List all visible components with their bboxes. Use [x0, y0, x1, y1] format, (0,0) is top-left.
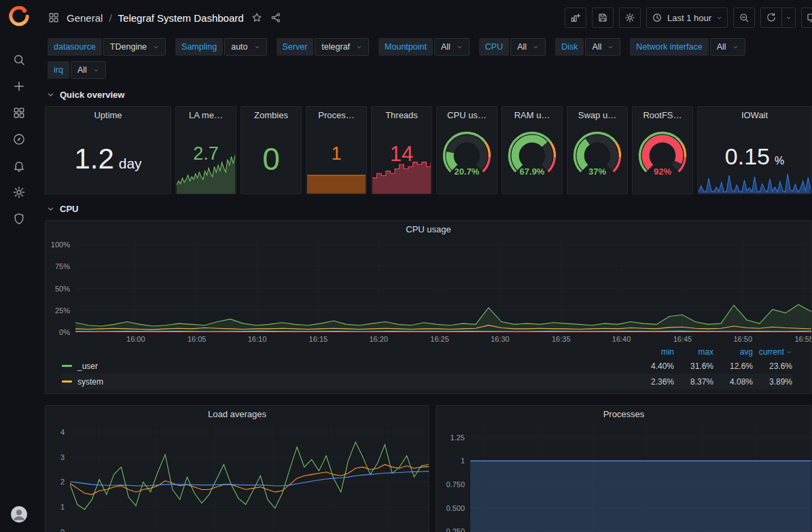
y-tick-label: 0 — [60, 528, 65, 532]
breadcrumb-d ashboard-title[interactable]: Telegraf System Dashboard — [118, 12, 244, 24]
variable-value-dropdown[interactable]: All — [71, 61, 106, 79]
panel-title[interactable]: Proces… — [306, 107, 366, 124]
variable-value-dropdown[interactable]: telegraf — [315, 38, 369, 56]
series-name: iowait — [77, 393, 99, 395]
star-icon[interactable] — [251, 12, 263, 24]
breadcrumb: General / Telegraf System Dashboard — [67, 12, 244, 24]
y-tick-label: 0.250 — [446, 527, 465, 532]
legend-header-current[interactable]: current — [753, 347, 792, 357]
variable-value-dropdown[interactable]: All — [510, 38, 546, 56]
panel-title[interactable]: Zombies — [241, 107, 301, 124]
stat-unit: day — [119, 156, 142, 171]
variable-value-dropdown[interactable]: All — [710, 38, 745, 56]
panel-ram-used: RAM u… 67.9% — [501, 106, 563, 194]
variable-value-text: All — [517, 42, 527, 52]
panel-title[interactable]: Load averages — [46, 406, 429, 423]
overview-stats-row: Uptime 1.2 day LA me… 2.7 — [45, 106, 812, 194]
variable-irq: irqAll — [48, 61, 106, 79]
variable-value-dropdown[interactable]: auto — [224, 38, 266, 56]
panel-title[interactable]: Uptime — [46, 107, 171, 124]
refresh-interval-dropdown[interactable] — [782, 7, 796, 28]
row-header-cpu[interactable]: CPU — [46, 202, 812, 215]
zoom-out-button[interactable] — [733, 7, 755, 28]
legend-series-toggle[interactable]: iowait — [62, 393, 635, 395]
legend-value-avg: 12.6% — [713, 361, 753, 371]
sidebar-item-plus[interactable] — [0, 73, 38, 99]
legend-value-current: 1.34% — [753, 393, 792, 395]
dashboard-content: Quick overview Uptime 1.2 day LA me… — [38, 86, 812, 532]
apps-icon — [48, 12, 60, 24]
legend-row-system: system2.36%8.37%4.08%3.89% — [62, 374, 792, 389]
alerting-icon — [12, 159, 26, 173]
processes-y-axis: 1.2510.7500.5000.250 — [436, 423, 470, 532]
panel-title[interactable]: Threads — [372, 107, 431, 124]
legend-header-max[interactable]: max — [674, 347, 713, 357]
gauge-value: 67.9% — [502, 166, 562, 177]
legend-series-toggle[interactable]: _user — [62, 361, 635, 371]
panel-title[interactable]: CPU usage — [46, 221, 811, 238]
sidebar — [0, 0, 38, 532]
legend-value-max: 8.37% — [674, 377, 713, 387]
toolbar: Last 1 hour — [565, 7, 812, 28]
row-header-quick-overview[interactable]: Quick overview — [46, 88, 812, 101]
user-avatar[interactable] — [10, 506, 28, 525]
legend-value-avg: 1.10% — [713, 393, 753, 395]
variable-value-dropdown[interactable]: All — [585, 38, 620, 56]
legend-header-row: minmaxavgcurrent — [62, 346, 792, 358]
x-tick-label: 16:20 — [369, 335, 388, 343]
variable-value-dropdown[interactable]: TDengine — [103, 38, 166, 56]
y-tick-label: 0.500 — [446, 504, 465, 512]
zoom-out-icon — [739, 12, 749, 23]
legend-series-toggle[interactable]: system — [62, 377, 635, 387]
dashboard-settings-button[interactable] — [619, 7, 641, 28]
stat-value: 14 — [390, 143, 413, 164]
variable-value-text: telegraf — [321, 42, 350, 52]
sidebar-item-alerting[interactable] — [0, 152, 38, 179]
cpu-usage-plot[interactable] — [75, 238, 811, 332]
variable-mountpoint: MountpointAll — [378, 38, 470, 56]
sidebar-item-search[interactable] — [0, 46, 38, 73]
variable-value-text: TDengine — [110, 42, 147, 52]
y-tick-label: 2 — [60, 478, 65, 486]
variable-label: Mountpoint — [378, 38, 433, 56]
panel-title[interactable]: IOWait — [698, 107, 811, 124]
save-dashboard-button[interactable] — [592, 7, 614, 28]
legend-header-min[interactable]: min — [635, 347, 674, 357]
panel-cpu-usage: CPU usage 100%75%50%25%0% 16:0016:0516:1… — [45, 220, 812, 394]
panel-title[interactable]: RAM u… — [502, 107, 562, 124]
caret-down-icon — [785, 15, 792, 21]
bottom-panels-row: Load averages 43210 16:0016:1016:2016:30… — [45, 405, 812, 532]
processes-plot[interactable] — [470, 423, 811, 532]
share-icon[interactable] — [270, 12, 282, 24]
panel-title[interactable]: RootFS… — [633, 107, 692, 124]
sidebar-item-explore[interactable] — [0, 126, 38, 152]
x-tick-label: 16:05 — [188, 335, 207, 343]
add-panel-icon — [570, 12, 581, 23]
legend-value-avg: 4.08% — [713, 377, 753, 387]
refresh-button[interactable] — [760, 7, 782, 28]
breadcrumb-folder[interactable]: General — [67, 12, 103, 24]
shield-icon — [12, 212, 26, 226]
panel-title[interactable]: Swap u… — [567, 107, 627, 124]
tv-mode-button[interactable] — [801, 7, 812, 28]
panel-uptime: Uptime 1.2 day — [45, 106, 171, 194]
panel-threads: Threads 14 — [371, 106, 432, 194]
sidebar-item-settings[interactable] — [0, 179, 38, 205]
panel-title[interactable]: Processes — [436, 406, 811, 423]
y-tick-label: 100% — [51, 241, 70, 249]
sidebar-item-dashboards[interactable] — [0, 99, 38, 126]
sidebar-item-shield[interactable] — [0, 205, 38, 232]
legend-header-avg[interactable]: avg — [713, 347, 753, 357]
caret-down-icon — [356, 44, 362, 50]
panel-title[interactable]: LA me… — [176, 107, 236, 124]
variable-value-dropdown[interactable]: All — [434, 38, 470, 56]
panel-load-averages: Load averages 43210 16:0016:1016:2016:30… — [45, 405, 429, 532]
clock-icon — [652, 12, 663, 23]
grafana-logo[interactable] — [9, 6, 29, 29]
panel-title[interactable]: CPU us… — [437, 107, 497, 124]
y-tick-label: 0% — [59, 328, 70, 336]
load-averages-plot[interactable] — [70, 423, 429, 532]
time-range-picker[interactable]: Last 1 hour — [646, 7, 728, 28]
add-panel-button[interactable] — [565, 7, 586, 28]
panel-cpu-used: CPU us… 20.7% — [436, 106, 497, 194]
